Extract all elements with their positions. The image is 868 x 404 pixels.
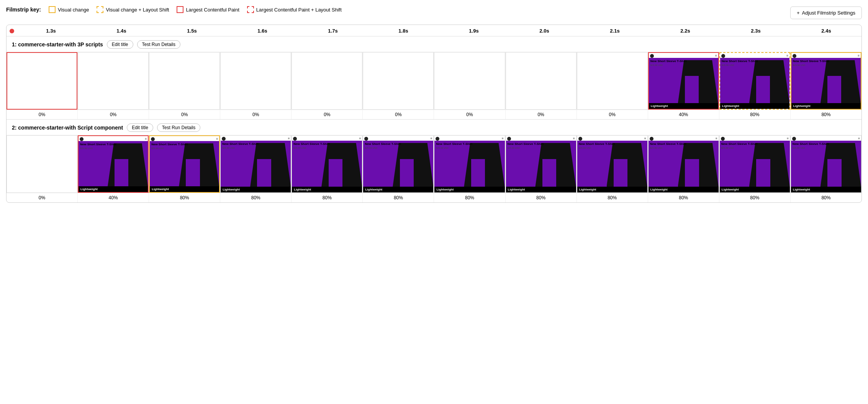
accent-shape [756, 76, 770, 103]
key-item-lcp: Largest Contentful Paint [177, 6, 239, 13]
frame-icon-lines: ≡ [644, 137, 646, 141]
frame-icon-circle [364, 137, 368, 141]
frame-icon-lines: ≡ [858, 137, 860, 141]
accent-shape [685, 76, 699, 103]
row-section-2: 2: commerce-starter-with Script componen… [7, 120, 861, 202]
timeline-tick: 1.8s [368, 28, 439, 34]
row-1-header: 1: commerce-starter-with 3P scripts Edit… [7, 36, 861, 52]
timeline-tick: 1.5s [157, 28, 227, 34]
filmstrip-key-label: Filmstrip key: [6, 7, 41, 13]
timeline-tick: 2.2s [650, 28, 721, 34]
frame-cell [7, 52, 78, 110]
frame-image[interactable]: ≡New Short Sleeve T-Shirt$25.99 USDLight… [292, 135, 362, 193]
frame-image[interactable]: ≡New Short Sleeve T-Shirt$25.99 USDLight… [791, 52, 861, 110]
frame-percentage: 80% [292, 193, 363, 202]
frame-image[interactable] [577, 52, 648, 110]
key-box-lcp [177, 6, 183, 13]
key-box-lcp-layout [247, 6, 254, 13]
frame-image[interactable]: ≡New Short Sleeve T-Shirt$25.99 USDLight… [648, 135, 719, 193]
frame-cell [7, 135, 78, 193]
frame-cell [577, 52, 648, 110]
row-2-header: 2: commerce-starter-with Script componen… [7, 120, 861, 135]
product-footer: Lightweight [791, 103, 861, 109]
product-title: New Short Sleeve T-Shirt [579, 142, 615, 146]
frame-image[interactable] [434, 52, 505, 110]
frame-image[interactable]: ≡New Short Sleeve T-Shirt$25.99 USDLight… [434, 135, 505, 193]
frame-image[interactable]: ≡New Short Sleeve T-Shirt$25.99 USDLight… [506, 135, 576, 193]
frame-image[interactable]: ≡New Short Sleeve T-Shirt$25.99 USDLight… [791, 135, 861, 193]
frame-icon-circle [721, 54, 725, 58]
adjust-filmstrip-button[interactable]: + Adjust Filmstrip Settings [790, 7, 862, 19]
timeline-tick: 1.3s [16, 28, 86, 34]
frame-cell: ≡New Short Sleeve T-Shirt$25.99 USDLight… [78, 135, 149, 193]
frame-cell: ≡New Short Sleeve T-Shirt$25.99 USDLight… [149, 135, 220, 193]
frame-percentage: 80% [719, 193, 791, 202]
row-1-test-run-button[interactable]: Test Run Details [137, 40, 180, 49]
frame-image[interactable]: ≡New Short Sleeve T-Shirt$25.99 USDLight… [220, 135, 291, 193]
frame-image[interactable] [149, 52, 220, 110]
frame-cell: ≡New Short Sleeve T-Shirt$25.99 USDLight… [648, 135, 719, 193]
key-text-lcp: Largest Contentful Paint [186, 7, 239, 13]
frame-icon-lines: ≡ [216, 137, 218, 141]
timeline-tick: 1.4s [86, 28, 157, 34]
frame-image[interactable]: ≡New Short Sleeve T-Shirt$25.99 USDLight… [149, 135, 220, 193]
frame-icon-circle [721, 137, 725, 141]
product-footer: Lightweight [292, 187, 362, 192]
row-1-title: 1: commerce-starter-with 3P scripts [12, 41, 103, 48]
frame-image[interactable] [78, 52, 149, 110]
frame-percentage: 80% [719, 110, 791, 119]
frame-percentage: 80% [149, 193, 220, 202]
product-title: New Short Sleeve T-Shirt [365, 142, 401, 146]
frame-cell: ≡New Short Sleeve T-Shirt$25.99 USDLight… [791, 52, 861, 110]
frame-image[interactable]: ≡New Short Sleeve T-Shirt$25.99 USDLight… [78, 135, 149, 193]
product-footer: Lightweight [363, 187, 433, 192]
product-footer: Lightweight [79, 186, 148, 192]
frame-image[interactable]: ≡New Short Sleeve T-Shirt$25.99 USDLight… [719, 135, 790, 193]
timeline-tick: 2.4s [791, 28, 861, 34]
frame-percentage: 80% [577, 193, 648, 202]
frame-image[interactable] [363, 52, 434, 110]
frame-image[interactable]: ≡New Short Sleeve T-Shirt$25.99 USDLight… [648, 52, 719, 110]
product-footer: Lightweight [720, 103, 789, 109]
product-title: New Short Sleeve T-Shirt [722, 59, 758, 63]
row-1-percentages: 0%0%0%0%0%0%0%0%0%40%80%80% [7, 110, 861, 119]
frame-image[interactable]: ≡New Short Sleeve T-Shirt$25.99 USDLight… [719, 52, 790, 110]
product-footer: Lightweight [791, 187, 861, 192]
row-2-title: 2: commerce-starter-with Script componen… [12, 125, 123, 131]
frame-image[interactable] [506, 52, 576, 110]
frame-icon-circle [293, 137, 297, 141]
frame-image[interactable]: ≡New Short Sleeve T-Shirt$25.99 USDLight… [577, 135, 648, 193]
row-2-frames: ≡New Short Sleeve T-Shirt$25.99 USDLight… [7, 135, 861, 193]
frame-cell: ≡New Short Sleeve T-Shirt$25.99 USDLight… [719, 52, 791, 110]
frame-icon-circle [507, 137, 511, 141]
frame-image[interactable] [7, 135, 77, 193]
row-1-edit-title-button[interactable]: Edit title [107, 40, 133, 49]
product-title: New Short Sleeve T-Shirt [80, 143, 116, 146]
frame-icon-circle [793, 54, 796, 58]
row-2-percentages: 0%40%80%80%80%80%80%80%80%80%80%80% [7, 193, 861, 202]
frame-cell: ≡New Short Sleeve T-Shirt$25.99 USDLight… [648, 52, 719, 110]
frame-percentage: 0% [577, 110, 648, 119]
frame-percentage: 80% [791, 110, 861, 119]
accent-shape [827, 159, 842, 187]
product-price: $25.99 USD [436, 147, 472, 149]
frame-icon-lines: ≡ [716, 137, 717, 141]
timeline-header: 1.3s1.4s1.5s1.6s1.7s1.8s1.9s2.0s2.1s2.2s… [7, 25, 861, 36]
key-text-visual-change: Visual change [58, 7, 89, 13]
frame-percentage: 0% [7, 110, 78, 119]
frame-image[interactable] [292, 52, 362, 110]
frame-percentage: 0% [363, 110, 434, 119]
key-text-visual-layout: Visual change + Layout Shift [106, 7, 169, 13]
frame-image[interactable] [7, 52, 77, 110]
key-box-visual-layout [97, 6, 103, 13]
frame-image[interactable]: ≡New Short Sleeve T-Shirt$25.99 USDLight… [363, 135, 434, 193]
frame-image[interactable] [220, 52, 291, 110]
accent-shape [257, 159, 271, 187]
product-title: New Short Sleeve T-Shirt [721, 142, 758, 146]
frame-icon-lines: ≡ [288, 137, 290, 141]
frame-cell [149, 52, 220, 110]
product-price: $25.99 USD [793, 64, 829, 66]
frame-percentage: 80% [791, 193, 861, 202]
row-2-test-run-button[interactable]: Test Run Details [157, 123, 200, 132]
row-2-edit-title-button[interactable]: Edit title [127, 123, 153, 132]
